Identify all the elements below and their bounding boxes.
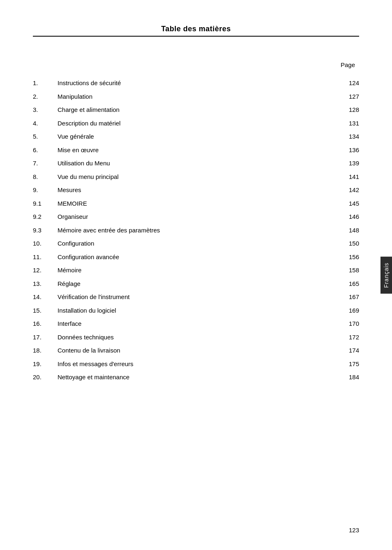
toc-entry-page: 124 [301, 77, 359, 90]
toc-entry-title: Configuration [58, 237, 301, 251]
toc-row: 8.Vue du menu principal141 [33, 170, 359, 184]
toc-entry-page: 158 [301, 264, 359, 277]
toc-entry-page: 127 [301, 90, 359, 104]
toc-entry-num: 4. [33, 117, 58, 130]
toc-entry-page: 167 [301, 290, 359, 304]
toc-entry-page: 139 [301, 157, 359, 170]
toc-entry-num: 7. [33, 157, 58, 170]
page-container: Table des matières Page 1.Instructions d… [0, 0, 392, 550]
toc-entry-num: 9.2 [33, 210, 58, 224]
toc-entry-page: 165 [301, 277, 359, 291]
toc-row: 5.Vue générale134 [33, 130, 359, 144]
toc-entry-title: Installation du logiciel [58, 304, 301, 318]
toc-row: 12.Mémoire158 [33, 264, 359, 277]
toc-entry-num: 2. [33, 90, 58, 104]
toc-entry-title: Manipulation [58, 90, 301, 104]
toc-entry-title: Configuration avancée [58, 251, 301, 264]
toc-row: 15.Installation du logiciel169 [33, 304, 359, 318]
toc-entry-num: 1. [33, 77, 58, 90]
toc-entry-num: 5. [33, 130, 58, 144]
page-label-row: Page [33, 61, 359, 68]
toc-row: 9.1MEMOIRE145 [33, 197, 359, 211]
toc-entry-page: 174 [301, 344, 359, 357]
toc-entry-page: 146 [301, 210, 359, 224]
toc-entry-title: Vue du menu principal [58, 170, 301, 184]
page-title: Table des matières [33, 25, 359, 33]
toc-row: 9.Mesures142 [33, 183, 359, 197]
title-underline [33, 36, 359, 37]
toc-row: 7.Utilisation du Menu139 [33, 157, 359, 170]
toc-entry-num: 20. [33, 371, 58, 384]
toc-entry-page: 148 [301, 224, 359, 237]
toc-entry-page: 156 [301, 251, 359, 264]
toc-row: 11.Configuration avancée156 [33, 251, 359, 264]
toc-entry-page: 150 [301, 237, 359, 251]
toc-table: 1.Instructions de sécurité1242.Manipulat… [33, 77, 359, 384]
toc-row: 4.Description du matériel131 [33, 117, 359, 130]
toc-entry-page: 141 [301, 170, 359, 184]
toc-entry-title: Mémoire [58, 264, 301, 277]
toc-entry-num: 14. [33, 290, 58, 304]
toc-entry-num: 10. [33, 237, 58, 251]
toc-entry-page: 142 [301, 183, 359, 197]
toc-entry-page: 175 [301, 357, 359, 371]
toc-entry-num: 12. [33, 264, 58, 277]
toc-entry-title: Infos et messages d'erreurs [58, 357, 301, 371]
toc-entry-title: Nettoyage et maintenance [58, 371, 301, 384]
toc-entry-num: 15. [33, 304, 58, 318]
toc-entry-title: Données techniques [58, 331, 301, 344]
toc-entry-num: 13. [33, 277, 58, 291]
toc-entry-page: 169 [301, 304, 359, 318]
toc-entry-num: 17. [33, 331, 58, 344]
toc-entry-page: 170 [301, 317, 359, 331]
toc-row: 18.Contenu de la livraison174 [33, 344, 359, 357]
toc-entry-title: Mémoire avec entrée des paramètres [58, 224, 301, 237]
toc-entry-page: 131 [301, 117, 359, 130]
toc-entry-title: Réglage [58, 277, 301, 291]
toc-entry-num: 19. [33, 357, 58, 371]
toc-row: 13.Réglage165 [33, 277, 359, 291]
toc-entry-num: 9.3 [33, 224, 58, 237]
toc-row: 16.Interface170 [33, 317, 359, 331]
toc-row: 20.Nettoyage et maintenance184 [33, 371, 359, 384]
toc-row: 19.Infos et messages d'erreurs175 [33, 357, 359, 371]
toc-entry-title: MEMOIRE [58, 197, 301, 211]
toc-entry-title: Description du matériel [58, 117, 301, 130]
toc-entry-page: 172 [301, 331, 359, 344]
toc-entry-page: 184 [301, 371, 359, 384]
toc-row: 10.Configuration150 [33, 237, 359, 251]
toc-entry-title: Vérification de l'instrument [58, 290, 301, 304]
toc-entry-title: Mise en œuvre [58, 144, 301, 157]
toc-entry-num: 18. [33, 344, 58, 357]
toc-row: 9.2Organiseur146 [33, 210, 359, 224]
toc-row: 2.Manipulation127 [33, 90, 359, 104]
toc-entry-title: Contenu de la livraison [58, 344, 301, 357]
toc-entry-title: Mesures [58, 183, 301, 197]
toc-entry-title: Vue générale [58, 130, 301, 144]
toc-entry-num: 8. [33, 170, 58, 184]
toc-entry-page: 134 [301, 130, 359, 144]
toc-row: 1.Instructions de sécurité124 [33, 77, 359, 90]
toc-entry-title: Charge et alimentation [58, 103, 301, 117]
toc-entry-num: 9. [33, 183, 58, 197]
toc-entry-title: Organiseur [58, 210, 301, 224]
toc-row: 3.Charge et alimentation128 [33, 103, 359, 117]
toc-row: 14.Vérification de l'instrument167 [33, 290, 359, 304]
side-tab: Français [380, 257, 392, 294]
toc-row: 6.Mise en œuvre136 [33, 144, 359, 157]
toc-entry-num: 11. [33, 251, 58, 264]
toc-row: 17.Données techniques172 [33, 331, 359, 344]
toc-entry-title: Interface [58, 317, 301, 331]
page-number: 123 [349, 527, 359, 534]
title-section: Table des matières [33, 25, 359, 37]
toc-entry-num: 3. [33, 103, 58, 117]
page-column-label: Page [341, 61, 355, 68]
toc-entry-page: 145 [301, 197, 359, 211]
toc-entry-title: Instructions de sécurité [58, 77, 301, 90]
toc-entry-num: 9.1 [33, 197, 58, 211]
toc-entry-page: 136 [301, 144, 359, 157]
toc-entry-num: 6. [33, 144, 58, 157]
toc-row: 9.3Mémoire avec entrée des paramètres148 [33, 224, 359, 237]
toc-entry-title: Utilisation du Menu [58, 157, 301, 170]
toc-entry-num: 16. [33, 317, 58, 331]
